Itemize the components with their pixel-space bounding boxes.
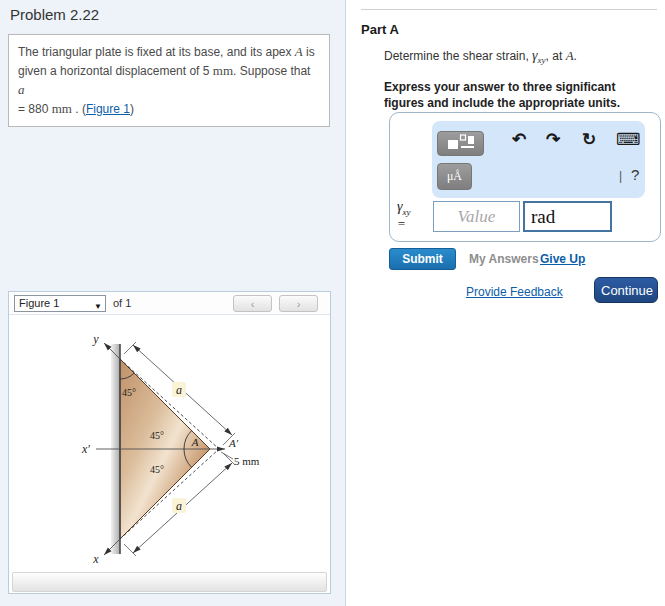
section-divider bbox=[361, 9, 657, 10]
give-up-link[interactable]: Give Up bbox=[540, 252, 585, 266]
continue-button[interactable]: Continue bbox=[594, 277, 658, 303]
figure-prev-button[interactable]: ‹ bbox=[233, 295, 272, 312]
apex-displaced-label: A′ bbox=[228, 437, 239, 449]
chevron-right-icon: › bbox=[297, 298, 301, 310]
figure-select-value: Figure 1 bbox=[19, 297, 59, 309]
part-a-title: Part A bbox=[361, 22, 399, 37]
displacement-label: 5 mm bbox=[234, 455, 260, 467]
figure-panel: Figure 1 ▼ of 1 ‹ › bbox=[8, 291, 331, 594]
left-column: Problem 2.22 The triangular plate is fix… bbox=[0, 0, 346, 606]
redo-icon[interactable]: ↷ bbox=[546, 131, 560, 148]
figure-footer bbox=[12, 572, 327, 592]
y-axis-label: y bbox=[92, 332, 99, 346]
x-prime-axis-label: x′ bbox=[81, 442, 90, 456]
problem-statement: The triangular plate is fixed at its bas… bbox=[8, 34, 330, 127]
angle-upper-label: 45° bbox=[150, 430, 164, 441]
gamma-xy-label: γxy = bbox=[397, 199, 411, 232]
undo-icon[interactable]: ↶ bbox=[512, 131, 526, 148]
equation-toolbar: ↶ ↷ ↻ ⌨ μÅ | ? bbox=[432, 121, 645, 198]
my-answers-link[interactable]: My Answers bbox=[469, 252, 539, 266]
toolbar-separator: | bbox=[619, 169, 622, 183]
math-var-a: a bbox=[18, 82, 25, 97]
provide-feedback-link[interactable]: Provide Feedback bbox=[466, 285, 563, 299]
page: Problem 2.22 The triangular plate is fix… bbox=[0, 0, 665, 606]
submit-button[interactable]: Submit bbox=[389, 248, 456, 270]
reset-icon[interactable]: ↻ bbox=[582, 131, 596, 148]
problem-text: The triangular plate is fixed at its bas… bbox=[18, 45, 295, 59]
page-title: Problem 2.22 bbox=[10, 6, 99, 23]
equals-sign: = bbox=[397, 216, 406, 231]
math-unit-mm: mm bbox=[52, 101, 72, 116]
math-var-A: A bbox=[566, 48, 574, 63]
keyboard-icon[interactable]: ⌨ bbox=[616, 131, 641, 148]
units-button[interactable]: μÅ bbox=[437, 163, 472, 190]
figure-header: Figure 1 ▼ of 1 ‹ › bbox=[9, 292, 330, 315]
apex-label: A bbox=[191, 436, 199, 448]
figure-next-button[interactable]: › bbox=[279, 295, 318, 312]
template-icon bbox=[447, 134, 475, 151]
plate-diagram: y x x′ 45° 45° 45° a a A A′ 5 mm bbox=[10, 315, 329, 568]
math-unit-mm: mm bbox=[213, 63, 233, 78]
figure-image: y x x′ 45° 45° 45° a a A A′ 5 mm bbox=[10, 315, 329, 568]
angle-top-label: 45° bbox=[122, 387, 136, 398]
figure-count-label: of 1 bbox=[113, 297, 131, 309]
dim-a-top-label: a bbox=[176, 383, 182, 397]
answer-instructions: Express your answer to three significant… bbox=[384, 79, 620, 111]
figure-select[interactable]: Figure 1 ▼ bbox=[14, 295, 106, 312]
x-axis-label: x bbox=[92, 552, 99, 566]
math-var-A: A bbox=[295, 44, 303, 59]
value-input[interactable] bbox=[433, 201, 520, 232]
math-template-button[interactable] bbox=[437, 131, 484, 156]
chevron-down-icon: ▼ bbox=[94, 299, 102, 314]
dim-a-bottom-label: a bbox=[176, 499, 182, 513]
units-input[interactable] bbox=[523, 201, 612, 232]
figure-link[interactable]: Figure 1 bbox=[86, 102, 130, 116]
answer-box: ↶ ↷ ↻ ⌨ μÅ | ? γxy = bbox=[389, 112, 661, 242]
help-button[interactable]: ? bbox=[631, 166, 639, 183]
question-text: Determine the shear strain, γxy, at A. bbox=[384, 48, 577, 65]
chevron-left-icon: ‹ bbox=[251, 298, 255, 310]
angle-lower-label: 45° bbox=[150, 464, 164, 475]
